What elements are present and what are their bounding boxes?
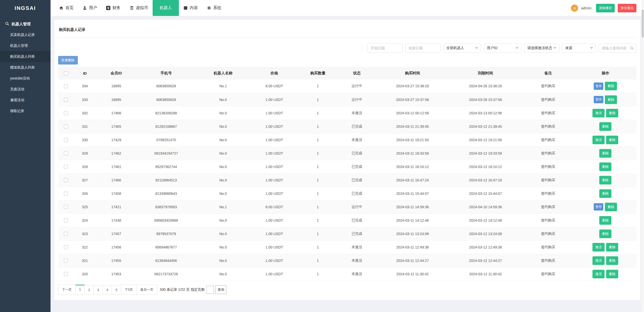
batch-delete-button[interactable]: 批量删除: [58, 56, 78, 65]
sidebar-item-3[interactable]: 购买机器人列表: [0, 51, 51, 62]
delete-button[interactable]: 删除: [599, 230, 611, 238]
start-date-input[interactable]: [367, 44, 403, 53]
row-checkbox[interactable]: [64, 124, 68, 129]
cell-id: 329: [74, 147, 96, 160]
pagination-page-1[interactable]: 1: [75, 285, 85, 295]
cell-remark: 签约购买: [522, 79, 575, 93]
delete-button[interactable]: 删除: [599, 216, 611, 225]
cell-status: 未激活: [338, 254, 376, 267]
delete-button[interactable]: 删除: [605, 95, 617, 104]
delete-button[interactable]: 删除: [606, 109, 618, 117]
row-actions: 删除: [575, 122, 636, 131]
delete-button[interactable]: 删除: [606, 136, 618, 144]
cell-remark: 签约购买: [522, 200, 575, 214]
go-to-page-button[interactable]: 查询: [215, 285, 226, 294]
row-checkbox[interactable]: [64, 151, 68, 155]
pagination-page-4[interactable]: 4: [103, 285, 112, 295]
row-checkbox[interactable]: [64, 205, 68, 209]
end-date-input[interactable]: [405, 44, 441, 53]
nav-item-home[interactable]: 首页: [55, 0, 78, 16]
delete-button[interactable]: 删除: [599, 176, 611, 184]
robot-filter-select[interactable]: 全部机器人: [443, 44, 481, 53]
activate-button[interactable]: 激活: [592, 270, 605, 278]
activate-button[interactable]: 激活: [592, 109, 605, 117]
cell-quantity: 1: [298, 133, 338, 147]
cell-remark: 签约购买: [522, 240, 575, 254]
delete-button[interactable]: 删除: [599, 162, 611, 171]
pause-button[interactable]: 暂停: [594, 203, 603, 211]
activate-button[interactable]: 激活: [592, 256, 605, 265]
delete-button[interactable]: 删除: [599, 149, 611, 158]
sidebar-item-7[interactable]: 邀请活动: [0, 95, 51, 106]
cell-quantity: 1: [298, 267, 338, 281]
pagination-page-5[interactable]: 5: [112, 285, 121, 295]
delete-button[interactable]: 删除: [606, 270, 618, 278]
delete-button[interactable]: 删除: [606, 243, 618, 252]
row-checkbox[interactable]: [64, 165, 68, 169]
cell-phone: 8063850628: [137, 93, 196, 106]
nav-item-robot[interactable]: 机器人: [153, 0, 179, 16]
cell-quantity: 1: [298, 200, 338, 214]
sidebar-item-1[interactable]: 买卖机器人记录: [0, 29, 51, 40]
delete-button[interactable]: 删除: [599, 122, 611, 131]
activate-button[interactable]: 激活: [592, 136, 605, 144]
row-checkbox[interactable]: [64, 245, 68, 249]
row-checkbox[interactable]: [64, 178, 68, 182]
delete-button[interactable]: 删除: [599, 189, 611, 198]
pause-button[interactable]: 暂停: [594, 82, 603, 90]
pagination-page-3[interactable]: 3: [93, 285, 103, 295]
pagination-next5-button[interactable]: 下5页: [121, 285, 137, 295]
row-actions: 暂停删除: [575, 203, 636, 211]
delete-button[interactable]: 删除: [605, 203, 617, 211]
row-checkbox[interactable]: [64, 138, 68, 142]
row-checkbox[interactable]: [64, 232, 68, 236]
row-checkbox[interactable]: [64, 98, 68, 102]
sidebar-item-6[interactable]: 充值活动: [0, 84, 51, 95]
sidebar-item-4[interactable]: 赠送机器人列表: [0, 62, 51, 73]
nav-item-coins[interactable]: 虚拟币: [125, 0, 153, 16]
select-all-checkbox[interactable]: [64, 71, 68, 75]
delete-button[interactable]: 删除: [606, 256, 618, 265]
row-checkbox[interactable]: [64, 272, 68, 276]
cell-price: 1.00 USDT: [251, 133, 298, 147]
cell-price: 1.00 USDT: [251, 227, 298, 240]
cell-remark: 签约购买: [522, 93, 575, 106]
scrollbar-thumb[interactable]: [642, 10, 644, 37]
row-checkbox[interactable]: [64, 259, 68, 263]
page-number-input[interactable]: [206, 286, 214, 294]
nav-item-content[interactable]: 内容: [179, 0, 202, 16]
row-checkbox[interactable]: [64, 192, 68, 196]
cell-id: 330: [74, 133, 96, 147]
row-checkbox[interactable]: [64, 84, 68, 88]
cell-remark: 签约购买: [522, 187, 575, 200]
table-row: 3321746682136209298No.01.00 USDT1未激活2024…: [58, 106, 636, 120]
avatar[interactable]: a: [571, 5, 578, 12]
nav-item-label: 机器人: [160, 5, 172, 11]
cell-price: 1.00 USDT: [251, 160, 298, 173]
cell-price: 1.00 USDT: [251, 214, 298, 227]
sidebar-item-8[interactable]: 领取记录: [0, 106, 51, 116]
scrollbar-track[interactable]: [641, 0, 644, 312]
cell-expire-time: 2024-03-12 12:49:38: [449, 240, 522, 254]
activate-button[interactable]: 激活: [592, 243, 605, 252]
sidebar-item-2[interactable]: 机器人管理: [0, 40, 51, 51]
sidebar-item-5[interactable]: youtube活动: [0, 73, 51, 84]
coins-icon: [130, 6, 134, 10]
nav-item-user[interactable]: 用户: [78, 0, 102, 16]
nav-item-gear[interactable]: 系统: [202, 0, 226, 16]
sidebar-section-label: 机器人管理: [12, 22, 31, 27]
cell-member-id: 17465: [96, 120, 137, 133]
pause-button[interactable]: 暂停: [594, 96, 603, 103]
nav-item-finance[interactable]: ¥财务: [102, 0, 125, 16]
row-checkbox[interactable]: [64, 218, 68, 222]
user-id-filter-select[interactable]: 用户ID: [484, 44, 521, 53]
pagination-page-2[interactable]: 2: [84, 285, 94, 295]
row-checkbox[interactable]: [64, 111, 68, 115]
logout-button[interactable]: 安全退出: [618, 4, 636, 12]
source-select[interactable]: 来源: [562, 44, 596, 53]
clear-cache-button[interactable]: 清除缓存: [596, 4, 615, 12]
pagination-last-button[interactable]: 最后一页: [136, 285, 157, 295]
delete-button[interactable]: 删除: [605, 82, 617, 90]
activation-status-select[interactable]: 请选择激活状态: [524, 44, 559, 53]
pagination-next-button[interactable]: 下一页: [58, 285, 76, 295]
